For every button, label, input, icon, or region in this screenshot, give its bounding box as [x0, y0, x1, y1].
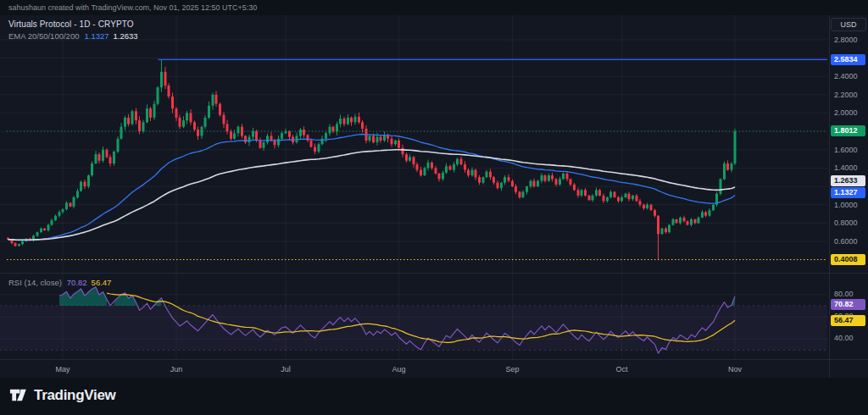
tradingview-logo[interactable]: TradingView [8, 385, 116, 405]
tradingview-snapshot: sahushaun created with TradingView.com, … [0, 0, 868, 415]
price-axis-tick: 0.6000 [834, 237, 858, 246]
rsi-axis-tick: 80.00 [834, 290, 854, 298]
price-axis-tick: 2.0000 [834, 108, 858, 117]
price-axis-tick: 1.6000 [834, 146, 858, 154]
tradingview-wordmark: TradingView [34, 387, 116, 404]
symbol-title[interactable]: Virtuals Protocol - 1D - CRYPTO [8, 19, 138, 29]
price-axis-tick: 2.8000 [834, 36, 858, 44]
rsi-ma-value-tag: 56.47 [831, 315, 865, 326]
time-axis-month-label: May [55, 365, 70, 374]
time-axis-month-label: Oct [615, 365, 627, 374]
price-axis[interactable]: USD 2.80002.40002.20002.00001.60001.4000… [829, 15, 868, 378]
ema-slow-price-tag: 1.2633 [831, 175, 865, 186]
tradingview-logo-icon [8, 385, 28, 405]
rsi-value-tag: 70.82 [831, 299, 865, 310]
price-axis-tick: 1.0000 [834, 201, 858, 209]
price-axis-tick: 2.4000 [834, 72, 858, 80]
ema-legend-row: EMA 20/50/100/2001.13271.2633 [8, 31, 138, 41]
time-axis[interactable]: MayJunJulAugSepOctNov [0, 362, 829, 377]
rsi-axis-tick: 40.00 [834, 334, 854, 342]
last-price-tag: 1.8012 [831, 125, 865, 136]
main-chart-legend: Virtuals Protocol - 1D - CRYPTO EMA 20/5… [8, 19, 138, 41]
time-axis-month-label: Jun [170, 365, 183, 374]
time-axis-month-label: Nov [728, 365, 742, 374]
price-axis-tick: 1.4000 [834, 163, 858, 172]
rsi-ma-value: 56.47 [92, 278, 112, 287]
time-axis-month-label: Jul [281, 365, 291, 374]
rsi-legend: RSI (14, close)70.8256.47 [8, 278, 111, 287]
alert-price-tag: 0.4008 [831, 254, 865, 265]
ema-indicator-label[interactable]: EMA 20/50/100/200 [8, 31, 79, 41]
time-axis-month-label: Sep [505, 365, 519, 374]
ema-fast-value: 1.1327 [84, 31, 108, 41]
chart-canvas[interactable] [0, 0, 868, 415]
attribution-text: sahushaun created with TradingView.com, … [8, 3, 257, 12]
rsi-value: 70.82 [67, 278, 87, 287]
ema-slow-value: 1.2633 [114, 31, 138, 41]
currency-label[interactable]: USD [831, 18, 866, 31]
price-axis-tick: 2.2000 [834, 91, 858, 99]
ema-fast-price-tag: 1.1327 [831, 187, 865, 198]
rsi-indicator-label[interactable]: RSI (14, close) [8, 278, 62, 287]
hline-price-tag: 2.5834 [831, 54, 865, 65]
price-axis-tick: 0.8000 [834, 219, 858, 227]
footer-bar: TradingView [0, 378, 868, 415]
time-axis-month-label: Aug [392, 365, 405, 374]
attribution-bar: sahushaun created with TradingView.com, … [0, 0, 868, 15]
